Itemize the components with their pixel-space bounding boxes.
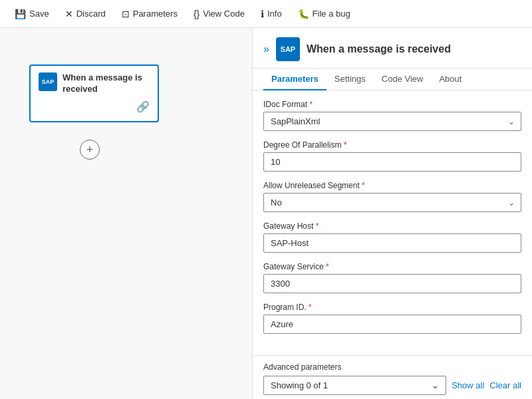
degree-parallelism-label: Degree Of Parallelism * xyxy=(263,140,521,150)
allow-unreleased-label: Allow Unreleased Segment * xyxy=(263,181,521,190)
link-icon: 🔗 xyxy=(136,100,150,113)
main-layout: SAP When a message is received 🔗 + » SAP… xyxy=(0,28,532,399)
save-label: Save xyxy=(29,9,49,19)
gateway-service-group: Gateway Service * xyxy=(263,262,521,293)
add-step-button[interactable]: + xyxy=(80,140,100,160)
advanced-label: Advanced parameters xyxy=(263,362,521,372)
tab-about[interactable]: About xyxy=(431,68,469,90)
advanced-section: Advanced parameters Showing 0 of 1 ⌄ Sho… xyxy=(253,355,532,399)
program-id-label-text: Program ID. xyxy=(263,303,307,312)
form-content: IDoc Format * SapPlainXml ⌄ Degree Of Pa… xyxy=(253,90,532,352)
gateway-service-label: Gateway Service * xyxy=(263,262,521,271)
view-code-label: View Code xyxy=(203,9,245,19)
tab-settings[interactable]: Settings xyxy=(327,68,374,90)
program-id-input[interactable] xyxy=(263,315,521,334)
panel-header: » SAP When a message is received xyxy=(253,28,532,68)
program-id-group: Program ID. * xyxy=(263,303,521,334)
sap-icon-text: SAP xyxy=(42,78,55,85)
canvas-area: SAP When a message is received 🔗 + xyxy=(0,28,253,399)
idoc-format-label: IDoc Format * xyxy=(263,100,521,109)
showing-text: Showing 0 of 1 xyxy=(271,380,328,390)
parameters-button[interactable]: ⊡ Parameters xyxy=(115,6,184,22)
tabs-bar: Parameters Settings Code View About xyxy=(253,68,532,90)
info-label: Info xyxy=(267,9,282,19)
allow-unreleased-select-wrapper: No Yes ⌄ xyxy=(263,193,521,212)
add-button-label: + xyxy=(86,143,94,157)
right-panel: » SAP When a message is received Paramet… xyxy=(253,28,532,399)
sap-icon-small: SAP xyxy=(39,72,57,91)
allow-unreleased-select[interactable]: No Yes xyxy=(263,193,521,212)
file-bug-button[interactable]: 🐛 File a bug xyxy=(291,6,357,22)
info-icon: ℹ xyxy=(261,9,264,19)
degree-parallelism-required: * xyxy=(344,140,347,150)
gateway-host-group: Gateway Host * xyxy=(263,221,521,253)
trigger-card-header: SAP When a message is received xyxy=(39,72,150,95)
toolbar: 💾 Save ✕ Discard ⊡ Parameters {} View Co… xyxy=(0,0,532,28)
gateway-host-input[interactable] xyxy=(263,233,521,253)
advanced-row: Showing 0 of 1 ⌄ Show all Clear all xyxy=(263,376,521,395)
save-icon: 💾 xyxy=(15,9,26,19)
discard-icon: ✕ xyxy=(65,9,73,19)
degree-parallelism-group: Degree Of Parallelism * xyxy=(263,140,521,172)
trigger-card-title: When a message is received xyxy=(63,72,150,95)
trigger-card[interactable]: SAP When a message is received 🔗 xyxy=(29,65,159,122)
idoc-format-group: IDoc Format * SapPlainXml ⌄ xyxy=(263,100,521,131)
tab-code-view[interactable]: Code View xyxy=(374,68,432,90)
idoc-format-label-text: IDoc Format xyxy=(263,100,307,109)
gateway-host-label: Gateway Host * xyxy=(263,221,521,231)
gateway-service-required: * xyxy=(326,262,329,271)
gateway-service-input[interactable] xyxy=(263,274,521,293)
idoc-format-required: * xyxy=(309,100,313,109)
degree-parallelism-label-text: Degree Of Parallelism xyxy=(263,140,341,150)
panel-title: When a message is received xyxy=(307,43,451,55)
advanced-dropdown[interactable]: Showing 0 of 1 ⌄ xyxy=(263,376,446,395)
parameters-icon: ⊡ xyxy=(122,9,130,19)
allow-unreleased-label-text: Allow Unreleased Segment xyxy=(263,181,360,190)
gateway-service-label-text: Gateway Service xyxy=(263,262,324,271)
sap-icon-large-text: SAP xyxy=(281,45,296,53)
discard-label: Discard xyxy=(76,9,106,19)
program-id-required: * xyxy=(309,303,312,312)
gateway-host-label-text: Gateway Host xyxy=(263,221,313,231)
tab-parameters[interactable]: Parameters xyxy=(263,68,327,90)
allow-unreleased-required: * xyxy=(362,181,365,190)
bug-icon: 🐛 xyxy=(298,9,309,19)
parameters-label: Parameters xyxy=(133,9,178,19)
gateway-host-required: * xyxy=(316,221,319,231)
discard-button[interactable]: ✕ Discard xyxy=(59,6,112,22)
degree-parallelism-input[interactable] xyxy=(263,152,521,172)
show-all-button[interactable]: Show all xyxy=(452,380,484,390)
info-button[interactable]: ℹ Info xyxy=(254,6,289,22)
clear-all-button[interactable]: Clear all xyxy=(489,380,521,390)
sap-icon-large: SAP xyxy=(276,37,300,61)
view-code-button[interactable]: {} View Code xyxy=(187,6,251,22)
code-icon: {} xyxy=(194,9,200,19)
allow-unreleased-group: Allow Unreleased Segment * No Yes ⌄ xyxy=(263,181,521,212)
trigger-card-footer: 🔗 xyxy=(39,100,150,113)
advanced-chevron-icon: ⌄ xyxy=(432,380,439,390)
file-bug-label: File a bug xyxy=(313,9,350,19)
collapse-button[interactable]: » xyxy=(263,43,269,55)
idoc-format-select[interactable]: SapPlainXml xyxy=(263,112,521,131)
save-button[interactable]: 💾 Save xyxy=(8,6,56,22)
program-id-label: Program ID. * xyxy=(263,303,521,312)
idoc-format-select-wrapper: SapPlainXml ⌄ xyxy=(263,112,521,131)
